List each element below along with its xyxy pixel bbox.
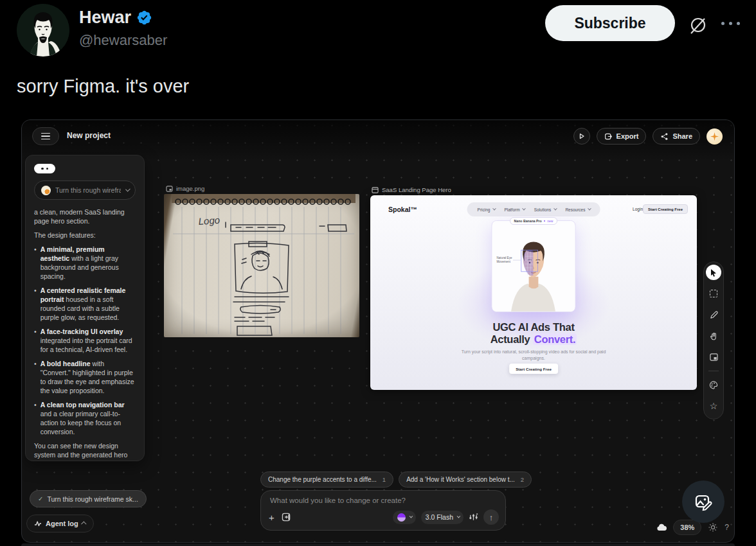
suggestion-chips: Change the purple accents to a diffe...1…: [260, 471, 532, 488]
wireframe-photo[interactable]: Logo: [164, 194, 359, 337]
play-icon: [579, 133, 585, 139]
portrait-card: Nano Banana Pro new Natural Eye Movement: [492, 220, 576, 312]
nav-item: Resources: [565, 207, 590, 212]
more-menu-icon[interactable]: [721, 22, 740, 25]
feature-item: •A face-tracking UI overlay integrated i…: [34, 327, 136, 354]
grok-icon[interactable]: [685, 13, 711, 39]
share-icon: [660, 132, 669, 141]
edit-image-fab[interactable]: [682, 480, 724, 523]
outro-text: You can see the new design system and th…: [34, 441, 136, 461]
favorites-tool[interactable]: ☆: [706, 398, 721, 414]
chip-shortcut: 1: [382, 476, 386, 483]
star-pen-icon: [710, 132, 719, 141]
verified-badge-icon: [136, 10, 152, 26]
tweet-text: sorry Figma. it's over: [17, 76, 189, 97]
send-arrow-icon: ↑: [489, 513, 494, 522]
intro-text: a clean, modern SaaS landing page hero s…: [34, 207, 136, 225]
export-button[interactable]: Export: [597, 128, 647, 145]
image-tool-icon: [710, 353, 718, 361]
prompt-input[interactable]: [270, 497, 463, 504]
user-handle[interactable]: @hewarsaber: [79, 32, 167, 49]
landing-nav: Pricing Platform Solutions Resources: [467, 202, 600, 216]
image-icon: [166, 186, 173, 192]
features-heading: The design features:: [34, 231, 136, 240]
display-name: Hewar: [79, 8, 131, 28]
model-selector[interactable]: 3.0 Flash: [421, 511, 464, 524]
task-dropdown[interactable]: Turn this rough wirefram....: [34, 181, 136, 200]
chevron-down-icon: [125, 187, 130, 192]
cloud-sync-icon: [656, 524, 667, 531]
marquee-tool[interactable]: [706, 286, 721, 301]
image-edit-icon: [694, 492, 713, 511]
brightness-icon[interactable]: [707, 523, 719, 532]
image-object-label[interactable]: image.png: [166, 185, 204, 192]
attach-button[interactable]: +: [269, 512, 282, 523]
chevron-down-icon: [457, 515, 461, 518]
highlight-word: Convert.: [533, 333, 577, 345]
agent-log-button[interactable]: Agent log: [26, 515, 94, 533]
cursor-icon: [710, 269, 717, 277]
assistant-panel: Turn this rough wirefram.... a clean, mo…: [25, 155, 145, 461]
check-icon: ✓: [38, 495, 43, 502]
model-label: 3.0 Flash: [426, 513, 453, 521]
overlay-label: Natural Eye Movement: [497, 256, 514, 264]
plus-icon: +: [269, 512, 274, 523]
model-badge: Nano Banana Pro new: [510, 217, 558, 225]
subscribe-button[interactable]: Subscribe: [545, 5, 675, 41]
marquee-icon: [710, 290, 717, 297]
suggestion-chip[interactable]: Add a 'How it Works' section below t...2: [399, 471, 532, 488]
account-avatar[interactable]: [706, 128, 723, 145]
agent-log-label: Agent log: [46, 520, 78, 527]
export-label: Export: [616, 132, 639, 140]
pencil-tool[interactable]: [706, 307, 721, 322]
hand-tool[interactable]: [706, 328, 721, 344]
display-name-row[interactable]: Hewar: [79, 8, 152, 28]
help-button[interactable]: ?: [724, 523, 729, 532]
landing-login: Login: [633, 207, 643, 211]
feature-item: •A minimal, premium aesthetic with a lig…: [34, 245, 136, 281]
share-label: Share: [672, 132, 692, 140]
feature-item: •A bold headline with "Convert." highlig…: [34, 359, 136, 395]
play-button[interactable]: [573, 128, 590, 145]
prompt-box: + 3.0 Flash ↑: [260, 490, 506, 531]
chevron-down-icon: [409, 515, 413, 518]
design-app-window: New project Export Share Turn this rough: [21, 119, 735, 543]
agent-log-icon: [34, 520, 42, 527]
frame-label[interactable]: SaaS Landing Page Hero: [372, 186, 451, 193]
portrait-illustration: [492, 221, 575, 312]
wireframe-sketch: Logo: [164, 194, 359, 337]
landing-nav-cta: Start Creating Free: [643, 204, 688, 214]
landing-headline: UGC AI Ads That Actually Convert.: [370, 321, 697, 346]
divider: [708, 371, 719, 371]
tool-palette: ☆: [703, 261, 724, 419]
hand-icon: [710, 332, 718, 340]
hamburger-menu-icon[interactable]: [32, 127, 59, 145]
next-element-edge: [21, 543, 735, 546]
select-tool[interactable]: [706, 265, 721, 280]
landing-brand: Spokal™: [388, 206, 417, 213]
completed-task-chip[interactable]: ✓ Turn this rough wireframe sk...: [30, 490, 147, 507]
project-title: New project: [67, 131, 111, 140]
panel-more-icon[interactable]: [34, 164, 55, 173]
landing-page-frame[interactable]: Spokal™ Pricing Platform Solutions Resou…: [370, 195, 697, 390]
send-button[interactable]: ↑: [483, 509, 499, 525]
avatar[interactable]: [17, 4, 69, 57]
feature-item: •A centered realistic female portrait ho…: [34, 286, 136, 322]
profile-illustration: [17, 4, 69, 57]
task-dropdown-label: Turn this rough wirefram....: [55, 186, 121, 194]
feature-item: •A clean top navigation bar and a clear …: [34, 400, 136, 436]
status-bar: 38% ?: [656, 520, 729, 535]
pencil-icon: [710, 311, 718, 319]
insert-frame-button[interactable]: [282, 513, 291, 522]
screenshot-root: Hewar @hewarsaber Subscribe sorry Figma.…: [0, 0, 756, 546]
style-selector[interactable]: [393, 511, 416, 524]
image-tool[interactable]: [706, 349, 721, 365]
tune-icon[interactable]: [469, 513, 478, 522]
theme-tool[interactable]: [706, 377, 721, 392]
insert-frame-icon: [282, 513, 291, 522]
share-button[interactable]: Share: [652, 128, 700, 145]
export-icon: [604, 132, 613, 141]
suggestion-chip[interactable]: Change the purple accents to a diffe...1: [260, 471, 393, 488]
nav-item: Platform: [504, 207, 524, 212]
landing-hero-cta: Start Creating Free: [509, 364, 558, 374]
